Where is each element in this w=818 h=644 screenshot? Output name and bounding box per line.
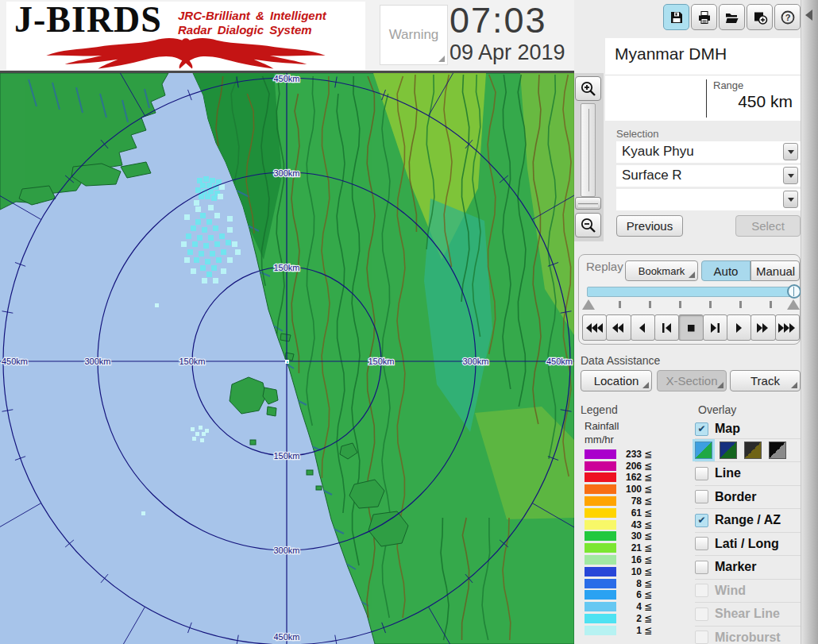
map-style-row: [695, 438, 801, 461]
map-style-3[interactable]: [744, 442, 762, 459]
clock-date: 09 Apr 2019: [450, 40, 565, 65]
auto-button[interactable]: Auto: [701, 260, 750, 281]
rainfall-color-swatch: [585, 461, 616, 471]
legend-comparator: ≦: [644, 472, 652, 483]
replay-slider-handle[interactable]: [787, 284, 801, 299]
overlay-item-lati-long: Lati / Long: [695, 532, 801, 556]
rainfall-color-swatch: [585, 531, 616, 541]
playback-stop-button[interactable]: [678, 314, 703, 341]
zoom-slider-handle[interactable]: [575, 197, 601, 210]
product-dropdown[interactable]: Surface R: [616, 165, 801, 187]
range-ring-label: 450km: [273, 74, 299, 83]
legend-row: 233≦: [585, 449, 680, 459]
overlay-rows: ✔MapLineBorder✔Range / AZLati / LongMark…: [695, 419, 801, 644]
product-dropdown-value: Surface R: [622, 168, 682, 183]
station-dropdown-value: Kyauk Phyu: [622, 144, 694, 160]
zoom-out-button[interactable]: [575, 213, 601, 237]
panel-splitter[interactable]: [801, 0, 818, 644]
rainfall-color-swatch: [585, 543, 616, 553]
forward-fast-icon: [754, 322, 772, 334]
legend-header: Legend: [581, 403, 618, 416]
legend-value: 43: [616, 519, 642, 530]
legend-row: 1≦: [585, 626, 680, 635]
legend-comparator: ≦: [644, 613, 652, 624]
location-button[interactable]: Location: [581, 370, 652, 391]
legend-comparator: ≦: [644, 625, 652, 636]
overlay-item-marker: Marker: [695, 555, 801, 579]
save-button[interactable]: [663, 4, 689, 30]
legend-value: 206: [616, 461, 642, 472]
stop-icon: [682, 322, 700, 334]
playback-reverse-play-button[interactable]: [631, 314, 655, 341]
replay-slider-track[interactable]: [587, 287, 795, 297]
zoom-in-button[interactable]: [575, 76, 601, 101]
previous-button[interactable]: Previous: [616, 215, 683, 237]
slider-tick: [770, 301, 772, 308]
zoom-slider-track[interactable]: [581, 103, 596, 197]
help-button[interactable]: ?: [774, 4, 801, 30]
map-style-4[interactable]: [769, 442, 786, 459]
rainfall-color-swatch: [585, 496, 616, 506]
open-folder-button[interactable]: [719, 4, 745, 30]
warning-button[interactable]: Warning: [380, 5, 448, 65]
slider-tick: [709, 301, 712, 308]
print-button[interactable]: [691, 4, 717, 30]
playback-forward-fast-button[interactable]: [750, 314, 775, 341]
dropdown-button[interactable]: [783, 143, 798, 160]
option-dropdown[interactable]: [616, 189, 801, 210]
map-style-2[interactable]: [720, 442, 737, 459]
x-section-button[interactable]: X-Section: [657, 370, 727, 391]
rainfall-color-swatch: [585, 602, 616, 611]
add-window-button[interactable]: [747, 4, 773, 30]
overlay-item-map: ✔Map: [695, 419, 801, 438]
checkbox-marker[interactable]: [695, 561, 708, 574]
rainfall-color-swatch: [585, 449, 616, 459]
legend-row: 78≦: [585, 496, 680, 506]
checkbox-range-az[interactable]: ✔: [695, 514, 708, 527]
track-button[interactable]: Track: [730, 370, 801, 391]
checkbox-map[interactable]: ✔: [695, 422, 708, 436]
station-name: Myanmar DMH: [615, 44, 727, 64]
legend-row: 30≦: [585, 531, 680, 541]
legend-value: 2: [616, 613, 642, 624]
dropdown-button[interactable]: [783, 167, 798, 184]
legend-value: 233: [616, 449, 642, 460]
rainfall-color-swatch: [585, 520, 616, 530]
play-icon: [731, 322, 748, 334]
station-dropdown[interactable]: Kyauk Phyu: [616, 141, 801, 163]
radar-map[interactable]: 150km150km150km150km300km300km300km300km…: [0, 73, 574, 644]
data-assistance-label: Data Assistance: [581, 354, 660, 367]
map-style-1[interactable]: [695, 442, 712, 459]
rainfall-color-swatch: [585, 508, 616, 518]
range-end-marker[interactable]: [787, 299, 800, 310]
range-start-marker[interactable]: [582, 299, 595, 310]
replay-group: Replay Bookmark Auto Manual: [578, 254, 801, 345]
playback-play-button[interactable]: [727, 314, 751, 341]
checkbox-shear-line: [695, 607, 708, 621]
manual-button[interactable]: Manual: [750, 260, 800, 281]
playback-step-back-button[interactable]: [654, 314, 679, 341]
playback-rewind-fast-button[interactable]: [606, 314, 631, 341]
checkbox-border[interactable]: [695, 490, 708, 503]
logo-tagline-2: Radar Dialogic System: [178, 23, 326, 37]
checkbox-line[interactable]: [695, 467, 708, 480]
playback-step-forward-button[interactable]: [703, 314, 727, 341]
legend-value: 30: [616, 530, 642, 542]
legend-value: 61: [616, 507, 642, 519]
select-button[interactable]: Select: [735, 215, 801, 237]
legend-comparator: ≦: [644, 461, 652, 472]
range-value: 450 km: [738, 92, 793, 111]
legend-comparator: ≦: [644, 601, 652, 612]
playback-rewind-fastest-button[interactable]: [582, 314, 607, 341]
warning-label: Warning: [389, 27, 439, 42]
range-ring-label: 450km: [2, 357, 28, 366]
dropdown-button[interactable]: [783, 191, 798, 208]
playback-forward-fastest-button[interactable]: [775, 314, 800, 341]
legend-value: 10: [616, 566, 642, 577]
legend-value: 8: [616, 578, 642, 589]
add-window-icon: [752, 10, 768, 25]
chevron-down-icon: [788, 198, 794, 202]
checkbox-lati-long[interactable]: [695, 537, 708, 550]
legend-comparator: ≦: [644, 519, 652, 530]
bookmark-button[interactable]: Bookmark: [625, 260, 698, 281]
